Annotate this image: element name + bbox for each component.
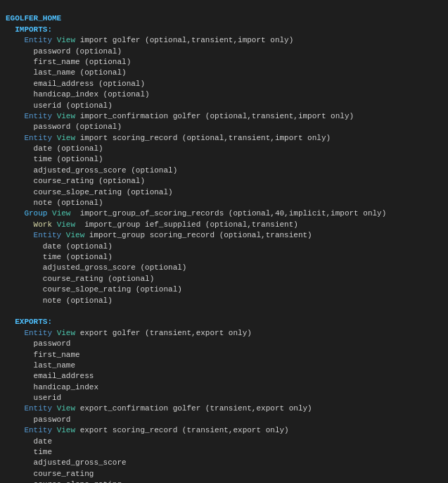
code-content: EGOLFER_HOME IMPORTS: Entity View import… (6, 3, 442, 483)
imports-header: IMPORTS: (15, 25, 52, 34)
exports-header: EXPORTS: (15, 318, 52, 326)
home-header: EGOLFER_HOME (6, 14, 61, 23)
